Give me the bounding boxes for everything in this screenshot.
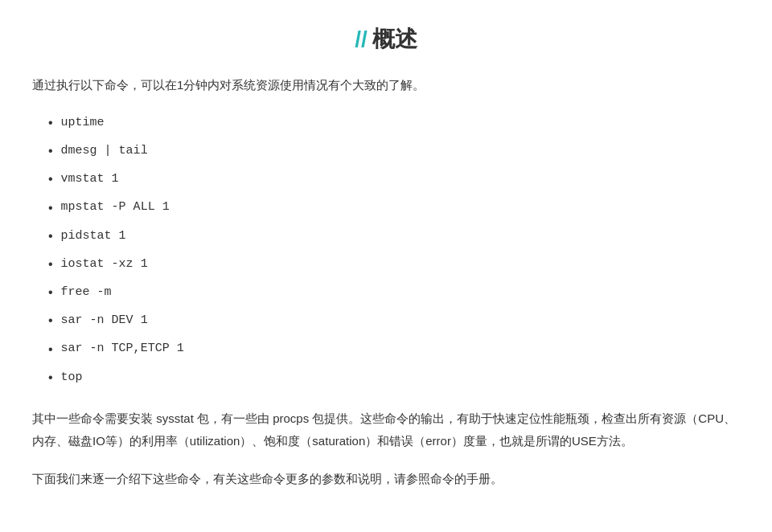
title-slashes: //: [355, 27, 368, 52]
command-text: sar -n TCP,ETCP 1: [61, 338, 184, 359]
list-item: mpstat -P ALL 1: [48, 194, 740, 222]
command-text: free -m: [61, 282, 112, 303]
command-text: iostat -xz 1: [61, 254, 148, 275]
title-text: 概述: [372, 24, 417, 55]
command-list: uptimedmesg | tailvmstat 1mpstat -P ALL …: [48, 108, 740, 391]
list-item: free -m: [48, 278, 740, 306]
list-item: sar -n DEV 1: [48, 306, 740, 334]
page-title: // 概述: [355, 24, 417, 55]
list-item: iostat -xz 1: [48, 250, 740, 278]
command-text: top: [61, 367, 83, 388]
intro-paragraph: 通过执行以下命令，可以在1分钟内对系统资源使用情况有个大致的了解。: [32, 74, 740, 96]
list-item: vmstat 1: [48, 165, 740, 193]
description-paragraph: 其中一些命令需要安装 sysstat 包，有一些由 procps 包提供。这些命…: [32, 407, 740, 452]
command-text: pidstat 1: [61, 226, 126, 247]
command-text: sar -n DEV 1: [61, 310, 148, 331]
command-text: mpstat -P ALL 1: [61, 197, 170, 218]
list-item: top: [48, 363, 740, 391]
command-text: uptime: [61, 113, 105, 133]
list-item: pidstat 1: [48, 222, 740, 250]
command-text: dmesg | tail: [61, 141, 148, 162]
footer-paragraph: 下面我们来逐一介绍下这些命令，有关这些命令更多的参数和说明，请参照命令的手册。: [32, 468, 740, 490]
title-section: // 概述: [32, 24, 740, 55]
list-item: sar -n TCP,ETCP 1: [48, 335, 740, 363]
command-text: vmstat 1: [61, 169, 119, 190]
list-item: uptime: [48, 108, 740, 137]
list-item: dmesg | tail: [48, 137, 740, 165]
